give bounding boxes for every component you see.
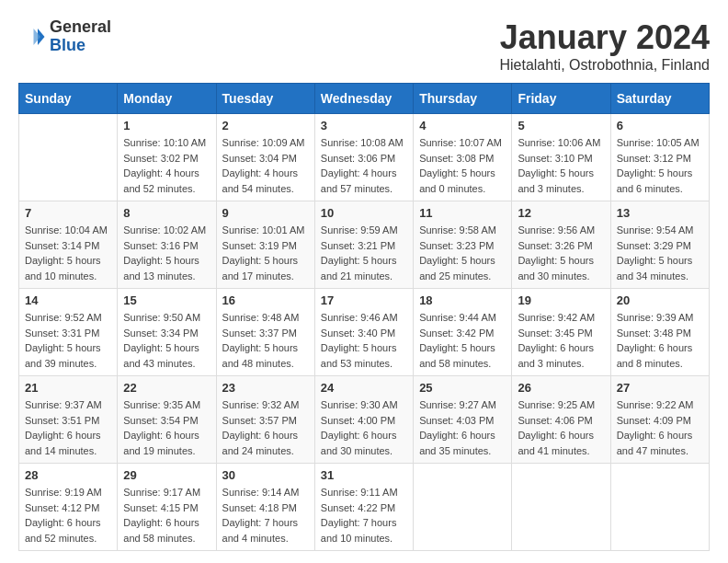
day-number: 3 [321, 119, 407, 132]
logo-icon [18, 23, 46, 51]
day-info: Sunrise: 9:50 AM Sunset: 3:34 PM Dayligh… [123, 310, 210, 371]
day-info: Sunrise: 9:52 AM Sunset: 3:31 PM Dayligh… [25, 310, 111, 371]
day-info: Sunrise: 10:09 AM Sunset: 3:04 PM Daylig… [222, 135, 309, 196]
logo-blue-text: Blue [50, 37, 111, 55]
calendar-cell: 29Sunrise: 9:17 AM Sunset: 4:15 PM Dayli… [118, 464, 216, 551]
day-info: Sunrise: 9:44 AM Sunset: 3:42 PM Dayligh… [419, 310, 506, 371]
calendar-cell: 3Sunrise: 10:08 AM Sunset: 3:06 PM Dayli… [314, 114, 413, 201]
location-subtitle: Hietalahti, Ostrobothnia, Finland [499, 57, 710, 74]
day-number: 18 [419, 293, 506, 307]
day-number: 15 [123, 293, 210, 307]
calendar-cell: 28Sunrise: 9:19 AM Sunset: 4:12 PM Dayli… [19, 464, 118, 551]
day-info: Sunrise: 10:01 AM Sunset: 3:19 PM Daylig… [222, 223, 309, 283]
day-info: Sunrise: 10:05 AM Sunset: 3:12 PM Daylig… [617, 135, 703, 196]
calendar-cell: 23Sunrise: 9:32 AM Sunset: 3:57 PM Dayli… [216, 376, 314, 464]
day-number: 26 [518, 381, 604, 395]
calendar-cell [512, 464, 610, 551]
day-number: 7 [25, 206, 111, 220]
calendar-cell: 22Sunrise: 9:35 AM Sunset: 3:54 PM Dayli… [118, 376, 216, 464]
month-title: January 2024 [499, 18, 710, 57]
header-sunday: Sunday [19, 84, 118, 114]
header-friday: Friday [512, 84, 610, 114]
day-info: Sunrise: 10:06 AM Sunset: 3:10 PM Daylig… [518, 135, 604, 196]
calendar-cell: 15Sunrise: 9:50 AM Sunset: 3:34 PM Dayli… [118, 289, 216, 376]
calendar-cell: 27Sunrise: 9:22 AM Sunset: 4:09 PM Dayli… [610, 376, 709, 464]
title-section: January 2024 Hietalahti, Ostrobothnia, F… [499, 18, 710, 74]
day-info: Sunrise: 9:14 AM Sunset: 4:18 PM Dayligh… [222, 485, 309, 546]
day-number: 8 [123, 206, 210, 220]
calendar-cell: 30Sunrise: 9:14 AM Sunset: 4:18 PM Dayli… [216, 464, 314, 551]
logo-general-text: General [50, 18, 111, 37]
day-number: 11 [419, 206, 506, 220]
header-monday: Monday [118, 84, 216, 114]
day-info: Sunrise: 9:25 AM Sunset: 4:06 PM Dayligh… [518, 397, 604, 458]
logo: General Blue [18, 18, 111, 55]
calendar-cell: 1Sunrise: 10:10 AM Sunset: 3:02 PM Dayli… [118, 114, 216, 201]
calendar-cell: 8Sunrise: 10:02 AM Sunset: 3:16 PM Dayli… [118, 201, 216, 289]
day-info: Sunrise: 9:58 AM Sunset: 3:23 PM Dayligh… [419, 223, 506, 283]
day-info: Sunrise: 9:35 AM Sunset: 3:54 PM Dayligh… [123, 397, 210, 458]
day-number: 25 [419, 381, 506, 395]
calendar-cell [610, 464, 709, 551]
logo-text: General Blue [50, 18, 111, 55]
calendar-cell: 13Sunrise: 9:54 AM Sunset: 3:29 PM Dayli… [610, 201, 709, 289]
calendar-cell: 12Sunrise: 9:56 AM Sunset: 3:26 PM Dayli… [512, 201, 610, 289]
calendar-cell: 14Sunrise: 9:52 AM Sunset: 3:31 PM Dayli… [19, 289, 118, 376]
day-number: 2 [222, 119, 309, 132]
calendar-cell: 21Sunrise: 9:37 AM Sunset: 3:51 PM Dayli… [19, 376, 118, 464]
calendar-cell: 6Sunrise: 10:05 AM Sunset: 3:12 PM Dayli… [610, 114, 709, 201]
calendar-cell: 2Sunrise: 10:09 AM Sunset: 3:04 PM Dayli… [216, 114, 314, 201]
day-number: 28 [25, 468, 111, 482]
page-container: General Blue January 2024 Hietalahti, Os… [18, 18, 710, 551]
day-number: 21 [25, 381, 111, 395]
day-info: Sunrise: 9:59 AM Sunset: 3:21 PM Dayligh… [321, 223, 407, 283]
calendar-cell: 26Sunrise: 9:25 AM Sunset: 4:06 PM Dayli… [512, 376, 610, 464]
day-number: 4 [419, 119, 506, 132]
day-info: Sunrise: 9:46 AM Sunset: 3:40 PM Dayligh… [321, 310, 407, 371]
day-info: Sunrise: 10:10 AM Sunset: 3:02 PM Daylig… [123, 135, 210, 196]
day-info: Sunrise: 9:30 AM Sunset: 4:00 PM Dayligh… [321, 397, 407, 458]
day-info: Sunrise: 9:39 AM Sunset: 3:48 PM Dayligh… [617, 310, 703, 371]
day-info: Sunrise: 9:32 AM Sunset: 3:57 PM Dayligh… [222, 397, 309, 458]
day-number: 5 [518, 119, 604, 132]
week-row-4: 21Sunrise: 9:37 AM Sunset: 3:51 PM Dayli… [19, 376, 710, 464]
day-info: Sunrise: 9:54 AM Sunset: 3:29 PM Dayligh… [617, 223, 703, 283]
header-saturday: Saturday [610, 84, 709, 114]
day-info: Sunrise: 9:11 AM Sunset: 4:22 PM Dayligh… [321, 485, 407, 546]
day-number: 19 [518, 293, 604, 307]
header: General Blue January 2024 Hietalahti, Os… [18, 18, 710, 74]
day-number: 12 [518, 206, 604, 220]
calendar-cell [414, 464, 512, 551]
calendar-cell: 31Sunrise: 9:11 AM Sunset: 4:22 PM Dayli… [314, 464, 413, 551]
day-info: Sunrise: 10:07 AM Sunset: 3:08 PM Daylig… [419, 135, 506, 196]
calendar-cell: 16Sunrise: 9:48 AM Sunset: 3:37 PM Dayli… [216, 289, 314, 376]
calendar-cell: 19Sunrise: 9:42 AM Sunset: 3:45 PM Dayli… [512, 289, 610, 376]
day-number: 31 [321, 468, 407, 482]
day-number: 10 [321, 206, 407, 220]
day-info: Sunrise: 9:27 AM Sunset: 4:03 PM Dayligh… [419, 397, 506, 458]
day-info: Sunrise: 9:48 AM Sunset: 3:37 PM Dayligh… [222, 310, 309, 371]
day-number: 23 [222, 381, 309, 395]
day-number: 9 [222, 206, 309, 220]
day-info: Sunrise: 9:42 AM Sunset: 3:45 PM Dayligh… [518, 310, 604, 371]
calendar-cell: 5Sunrise: 10:06 AM Sunset: 3:10 PM Dayli… [512, 114, 610, 201]
calendar-cell [19, 114, 118, 201]
day-number: 6 [617, 119, 703, 132]
calendar-cell: 4Sunrise: 10:07 AM Sunset: 3:08 PM Dayli… [414, 114, 512, 201]
week-row-3: 14Sunrise: 9:52 AM Sunset: 3:31 PM Dayli… [19, 289, 710, 376]
header-wednesday: Wednesday [314, 84, 413, 114]
day-number: 27 [617, 381, 703, 395]
day-info: Sunrise: 9:19 AM Sunset: 4:12 PM Dayligh… [25, 485, 111, 546]
week-row-5: 28Sunrise: 9:19 AM Sunset: 4:12 PM Dayli… [19, 464, 710, 551]
day-info: Sunrise: 9:37 AM Sunset: 3:51 PM Dayligh… [25, 397, 111, 458]
day-info: Sunrise: 9:17 AM Sunset: 4:15 PM Dayligh… [123, 485, 210, 546]
day-headers-row: Sunday Monday Tuesday Wednesday Thursday… [19, 84, 710, 114]
day-info: Sunrise: 9:22 AM Sunset: 4:09 PM Dayligh… [617, 397, 703, 458]
day-number: 16 [222, 293, 309, 307]
week-row-2: 7Sunrise: 10:04 AM Sunset: 3:14 PM Dayli… [19, 201, 710, 289]
day-number: 20 [617, 293, 703, 307]
calendar-cell: 17Sunrise: 9:46 AM Sunset: 3:40 PM Dayli… [314, 289, 413, 376]
day-info: Sunrise: 10:08 AM Sunset: 3:06 PM Daylig… [321, 135, 407, 196]
calendar-cell: 10Sunrise: 9:59 AM Sunset: 3:21 PM Dayli… [314, 201, 413, 289]
calendar-cell: 25Sunrise: 9:27 AM Sunset: 4:03 PM Dayli… [414, 376, 512, 464]
